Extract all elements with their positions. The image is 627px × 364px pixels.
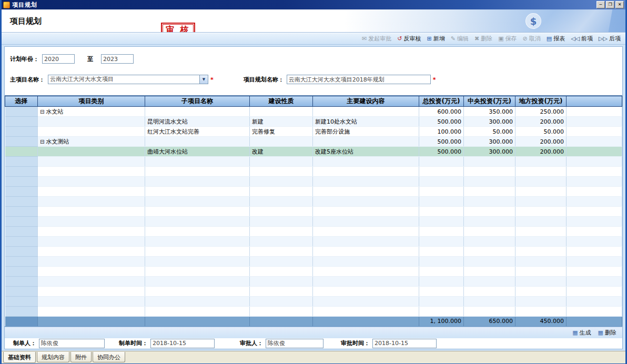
toolbar: ✉发起审批↺反审核⊞新增✎编辑✖删除▣保存⊘取消▤报表◁◁前项▷▷后项 [2, 33, 625, 45]
cell-category [38, 167, 145, 177]
grid-header-row: 选择项目类别子项目名称建设性质主要建设内容总投资(万元)中央投资(万元)地方投资… [5, 96, 622, 107]
cell-content [313, 107, 419, 117]
reverse-audit-button[interactable]: ↺反审核 [397, 35, 421, 43]
close-button[interactable]: ✕ [615, 1, 624, 8]
cell-central: 300.000 [464, 147, 515, 157]
cell-content [313, 137, 419, 147]
table-row[interactable] [5, 197, 622, 207]
cell-category [38, 287, 145, 297]
approver-input[interactable] [266, 339, 323, 348]
cell-nature [250, 107, 313, 117]
cell-extra [567, 227, 622, 237]
delete-button[interactable]: ✖删除 [474, 35, 492, 43]
tab-basic-info[interactable]: 基础资料 [3, 352, 36, 363]
collapse-icon[interactable]: ⊟ [40, 109, 44, 115]
collapse-icon[interactable]: ⊟ [40, 139, 44, 145]
creator-label: 制单人： [13, 339, 36, 347]
table-row[interactable]: 昆明河流水文站新建新建10处水文站500.000300.000200.000 [5, 117, 622, 127]
column-header-local[interactable]: 地方投资(万元) [515, 96, 567, 107]
plan-year-label: 计划年份： [10, 55, 39, 63]
cell-category: ⊟水文站 [38, 107, 145, 117]
cell-total: 500.000 [419, 147, 464, 157]
table-row[interactable] [5, 277, 622, 287]
plan-year-from-input[interactable] [42, 54, 75, 64]
cell-select [5, 307, 38, 317]
edit-button[interactable]: ✎编辑 [451, 35, 469, 43]
footer-cell-category [38, 317, 145, 326]
table-row[interactable] [5, 227, 622, 237]
approver-label: 审批人： [240, 339, 263, 347]
required-mark: * [210, 76, 214, 83]
add-new-button[interactable]: ⊞新增 [427, 35, 444, 43]
column-header-extra[interactable] [567, 96, 622, 107]
table-row[interactable] [5, 247, 622, 257]
report-button[interactable]: ▤报表 [547, 35, 565, 43]
cell-central [464, 307, 515, 317]
cell-select [5, 297, 38, 307]
table-row[interactable] [5, 287, 622, 297]
column-header-central[interactable]: 中央投资(万元) [464, 96, 515, 107]
cell-extra [567, 157, 622, 167]
cell-total [419, 207, 464, 217]
column-header-sub[interactable]: 子项目名称 [145, 96, 250, 107]
column-header-nature[interactable]: 建设性质 [250, 96, 313, 107]
cell-local [515, 227, 567, 237]
create-time-input[interactable] [150, 339, 215, 348]
tab-plan-content[interactable]: 规划内容 [37, 352, 69, 362]
plan-year-to-input[interactable] [101, 54, 134, 64]
titlebar: 项目规划 ─ ❐ ✕ [2, 0, 625, 9]
cell-nature [250, 197, 313, 207]
table-row[interactable] [5, 257, 622, 267]
column-header-total[interactable]: 总投资(万元) [419, 96, 464, 107]
footer-cell-content [313, 317, 419, 326]
prev-item-button[interactable]: ◁◁前项 [571, 35, 593, 43]
cell-content: 新建10处水文站 [313, 117, 419, 127]
column-header-category[interactable]: 项目类别 [38, 96, 145, 107]
maximize-button[interactable]: ❐ [606, 1, 614, 8]
table-row[interactable] [5, 267, 622, 277]
cell-category: ⊟水文测站 [38, 137, 145, 147]
cell-select [5, 157, 38, 167]
remove-row-button[interactable]: ▦ 删除 [598, 329, 616, 337]
tab-attachment[interactable]: 附件 [70, 352, 92, 362]
approve-time-input[interactable] [372, 339, 437, 348]
table-row[interactable] [5, 307, 622, 317]
initiate-approval-button[interactable]: ✉发起审批 [362, 35, 391, 43]
next-item-button[interactable]: ▷▷后项 [599, 35, 621, 43]
initiate-approval-icon: ✉ [362, 36, 367, 42]
cancel-button[interactable]: ⊘取消 [523, 35, 541, 43]
main-project-dropdown[interactable]: 云南大江大河大水文项目 ▼ [48, 75, 208, 84]
table-row[interactable]: ⊟水文测站500.000300.000200.000 [5, 137, 622, 147]
tab-collaboration[interactable]: 协同办公 [93, 352, 125, 362]
main-project-value: 云南大江大河大水文项目 [48, 75, 199, 84]
create-time-label: 制单时间： [119, 339, 148, 347]
plan-name-input[interactable] [287, 75, 431, 84]
column-header-content[interactable]: 主要建设内容 [313, 96, 419, 107]
cell-local: 200.000 [515, 147, 567, 157]
minimize-button[interactable]: ─ [596, 1, 605, 8]
save-button[interactable]: ▣保存 [498, 35, 517, 43]
creator-input[interactable] [39, 339, 105, 348]
table-row[interactable] [5, 177, 622, 187]
cell-content [313, 167, 419, 177]
table-row-selected[interactable]: 曲靖大河水位站改建改建5座水位站500.000300.000200.000 [5, 147, 622, 157]
table-row[interactable] [5, 207, 622, 217]
cell-category [38, 177, 145, 187]
table-row[interactable] [5, 297, 622, 307]
table-row[interactable] [5, 167, 622, 177]
table-row[interactable]: ⊟水文站600.000350.000250.000 [5, 107, 622, 117]
table-row[interactable]: 红河大江水文站完善完善修复完善部分设施100.00050.00050.000 [5, 127, 622, 137]
column-header-select[interactable]: 选择 [5, 96, 38, 107]
cell-total [419, 247, 464, 257]
generate-button[interactable]: ▦ 生成 [572, 329, 591, 337]
table-row[interactable] [5, 217, 622, 227]
dropdown-arrow-icon[interactable]: ▼ [199, 75, 208, 84]
cell-content [313, 247, 419, 257]
cell-local [515, 257, 567, 267]
table-row[interactable] [5, 237, 622, 247]
cell-sub: 曲靖大河水位站 [145, 147, 250, 157]
table-row[interactable] [5, 187, 622, 197]
cell-extra [567, 247, 622, 257]
cell-local [515, 217, 567, 227]
table-row[interactable] [5, 157, 622, 167]
